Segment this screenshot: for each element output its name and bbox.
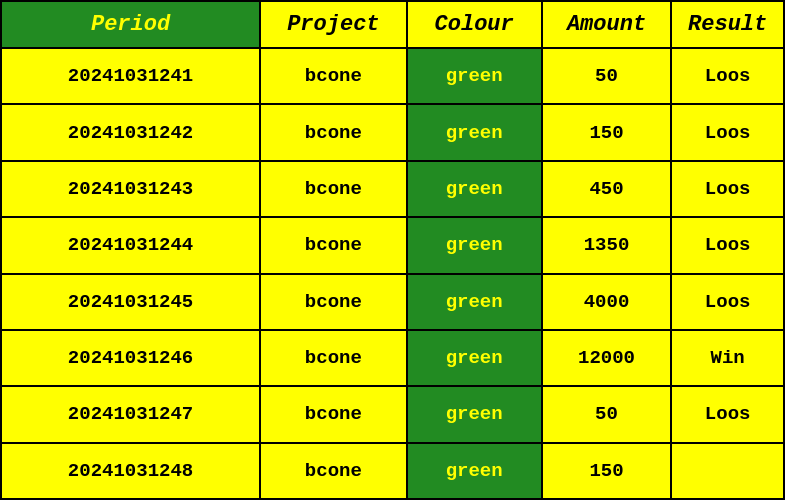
cell-result: Win <box>671 330 784 386</box>
cell-amount: 50 <box>542 48 672 104</box>
table-row: 20241031245bconegreen4000Loos <box>1 274 784 330</box>
header-result: Result <box>671 1 784 48</box>
table-row: 20241031247bconegreen50Loos <box>1 386 784 442</box>
cell-period: 20241031243 <box>1 161 260 217</box>
cell-amount: 1350 <box>542 217 672 273</box>
cell-project: bcone <box>260 104 406 160</box>
table-row: 20241031246bconegreen12000Win <box>1 330 784 386</box>
cell-period: 20241031245 <box>1 274 260 330</box>
cell-period: 20241031247 <box>1 386 260 442</box>
table-row: 20241031244bconegreen1350Loos <box>1 217 784 273</box>
cell-project: bcone <box>260 217 406 273</box>
cell-result <box>671 443 784 499</box>
main-table: Period Project Colour Amount Result 2024… <box>0 0 785 500</box>
cell-project: bcone <box>260 330 406 386</box>
cell-colour: green <box>407 48 542 104</box>
header-project: Project <box>260 1 406 48</box>
cell-colour: green <box>407 217 542 273</box>
cell-colour: green <box>407 161 542 217</box>
cell-result: Loos <box>671 161 784 217</box>
cell-result: Loos <box>671 386 784 442</box>
table-row: 20241031241bconegreen50Loos <box>1 48 784 104</box>
cell-period: 20241031244 <box>1 217 260 273</box>
cell-amount: 4000 <box>542 274 672 330</box>
cell-amount: 450 <box>542 161 672 217</box>
cell-result: Loos <box>671 48 784 104</box>
table-row: 20241031242bconegreen150Loos <box>1 104 784 160</box>
cell-colour: green <box>407 386 542 442</box>
cell-project: bcone <box>260 443 406 499</box>
cell-amount: 150 <box>542 104 672 160</box>
cell-result: Loos <box>671 217 784 273</box>
cell-period: 20241031242 <box>1 104 260 160</box>
cell-colour: green <box>407 274 542 330</box>
cell-amount: 150 <box>542 443 672 499</box>
cell-result: Loos <box>671 274 784 330</box>
cell-period: 20241031248 <box>1 443 260 499</box>
cell-colour: green <box>407 443 542 499</box>
cell-period: 20241031246 <box>1 330 260 386</box>
header-amount: Amount <box>542 1 672 48</box>
cell-amount: 50 <box>542 386 672 442</box>
cell-period: 20241031241 <box>1 48 260 104</box>
cell-colour: green <box>407 330 542 386</box>
header-period: Period <box>1 1 260 48</box>
header-colour: Colour <box>407 1 542 48</box>
header-row: Period Project Colour Amount Result <box>1 1 784 48</box>
cell-project: bcone <box>260 274 406 330</box>
cell-project: bcone <box>260 48 406 104</box>
table-row: 20241031248bconegreen150 <box>1 443 784 499</box>
cell-result: Loos <box>671 104 784 160</box>
cell-project: bcone <box>260 161 406 217</box>
table-row: 20241031243bconegreen450Loos <box>1 161 784 217</box>
cell-project: bcone <box>260 386 406 442</box>
cell-colour: green <box>407 104 542 160</box>
cell-amount: 12000 <box>542 330 672 386</box>
